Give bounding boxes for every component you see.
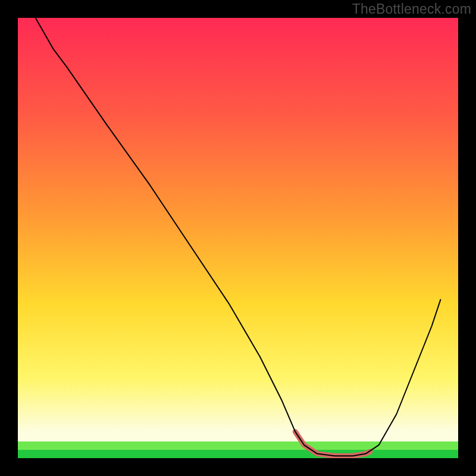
green-band-inner	[18, 450, 458, 458]
bottleneck-chart	[0, 0, 476, 476]
chart-background	[18, 18, 458, 458]
watermark: TheBottleneck.com	[352, 1, 471, 17]
chart-container: TheBottleneck.com	[0, 0, 476, 476]
